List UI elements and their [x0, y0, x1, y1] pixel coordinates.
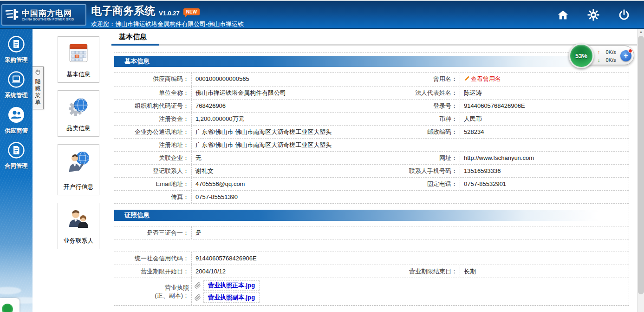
currency-value: 人民币	[460, 113, 629, 125]
supplier-code-value: 0001000000000565	[191, 73, 376, 86]
postal-code-value: 528234	[460, 126, 629, 138]
tab-divider	[111, 44, 637, 46]
people-icon	[65, 206, 91, 232]
hide-menu-tab[interactable]: 隐藏菜单	[33, 66, 44, 109]
three-in-one-value: 是	[191, 226, 629, 239]
registered-contact-value: 谢礼文	[191, 165, 376, 177]
tab-basic-info[interactable]: 基本信息	[119, 33, 147, 41]
pencil-icon	[464, 76, 470, 82]
main-sidebar: 采购管理 系统管理 供应商管	[0, 29, 33, 312]
table-row: 企业办公通讯地址：广东省/佛山市 佛山市南海区大沥奇槎工业区大塱头 邮政编码：5…	[114, 126, 629, 139]
table-row: 是否三证合一： 是	[114, 226, 629, 239]
sidebar-item-label: 供应商管	[0, 127, 33, 135]
registered-capital-value: 1,200.000000万元	[191, 113, 376, 125]
table-row: Email地址：4705556@qq.com 固定电话：0757-8553290…	[114, 178, 629, 191]
empty-row	[114, 239, 629, 252]
main-panel: 基本信息 53% ↑ 0K/s ↓ 0K/s +	[111, 29, 637, 312]
calendar-icon	[65, 40, 91, 66]
license-copy-link[interactable]: 营业执照副本.jpg	[203, 292, 260, 303]
section-header-basic-info: 基本信息	[114, 56, 629, 67]
vertical-scrollbar[interactable]: ▲	[637, 29, 644, 312]
upload-speed: 0K/s	[603, 49, 616, 55]
table-row: 注册资金：1,200.000000万元 币种：人民币	[114, 113, 629, 126]
procurement-doc-icon	[7, 35, 25, 53]
app-title: 电子商务系统	[91, 4, 155, 18]
card-basic-info[interactable]: 基本信息	[58, 36, 99, 83]
system-monitor-icon	[7, 71, 25, 88]
card-label: 基本信息	[59, 70, 98, 79]
website-value: http://www.fschanyun.com	[460, 152, 629, 164]
contract-doc-icon	[7, 141, 25, 159]
table-row: 组织机构代码证号：768426906 登录号：91440605768426906…	[114, 100, 629, 113]
settings-icon[interactable]	[586, 8, 600, 22]
module-card-list: 基本信息 品类信息	[58, 36, 99, 257]
paperclip-icon	[195, 294, 201, 301]
power-icon[interactable]	[617, 8, 631, 22]
home-icon[interactable]	[556, 8, 570, 22]
gauge-percent: 53%	[575, 53, 587, 60]
sidebar-item-label: 合同管理	[0, 162, 33, 170]
hand-icon	[35, 69, 41, 75]
person-globe-icon	[65, 148, 91, 179]
download-monitor-widget[interactable]: 53% ↑ 0K/s ↓ 0K/s +	[573, 46, 634, 65]
supplier-people-icon	[7, 106, 25, 124]
chat-widget[interactable]	[0, 298, 20, 312]
notification-dot	[628, 49, 632, 53]
card-label: 开户行信息	[59, 183, 98, 191]
download-speed: 0K/s	[603, 57, 616, 63]
license-info-rows: 是否三证合一： 是 统一社会信用代码： 91440605768426906E 营…	[114, 226, 629, 305]
scroll-up-arrow[interactable]: ▲	[637, 30, 644, 34]
card-label: 品类信息	[59, 124, 98, 133]
sidebar-item-supplier[interactable]: 供应商管	[0, 106, 33, 135]
company-logo: 中国南方电网 CHINA SOUTHERN POWER GRID	[1, 4, 86, 26]
app-version: V1.0.27	[159, 10, 180, 18]
org-code-value: 768426906	[191, 100, 376, 112]
table-row: 供应商编码：0001000000000565 曾用名： 查看曾用名	[114, 73, 629, 86]
license-original-link[interactable]: 营业执照正本.jpg	[203, 280, 260, 291]
hide-menu-label: 隐藏菜单	[35, 78, 41, 106]
download-arrow-icon: ↓	[598, 57, 600, 63]
sidebar-item-system[interactable]: 系统管理	[0, 71, 33, 100]
fax-value: 0757-85551390	[191, 191, 376, 203]
card-label: 业务联系人	[59, 237, 98, 245]
business-license-row: 营业执照 (正、副本)： 营业执照正本.jpg 营业执照副本.jpg	[114, 278, 629, 305]
business-start-date-value: 2004/10/12	[191, 265, 376, 278]
telephone-value: 0757-85532901	[460, 178, 629, 190]
card-category-info[interactable]: 品类信息	[58, 90, 99, 137]
table-row: 传真：0757-85551390	[114, 191, 629, 204]
table-row: 单位全称：佛山市禅运铁塔金属构件有限公司 法人代表姓名：陈运涛	[114, 86, 629, 100]
csg-logo-icon	[5, 8, 19, 22]
green-status-icon	[2, 304, 13, 312]
related-company-value: 无	[191, 152, 376, 164]
table-row: 登记联系人：谢礼文 联系人手机号码：13516593336	[114, 165, 629, 178]
scrollbar-thumb[interactable]	[638, 36, 644, 294]
email-value: 4705556@qq.com	[191, 178, 376, 190]
table-row: 关联企业：无 网址：http://www.fschanyun.com	[114, 152, 629, 165]
sidebar-item-label: 系统管理	[0, 92, 33, 100]
logo-text-en: CHINA SOUTHERN POWER GRID	[22, 18, 74, 21]
tab-active-indicator	[111, 44, 159, 46]
basic-info-rows: 供应商编码：0001000000000565 曾用名： 查看曾用名 单位全称：佛…	[114, 72, 629, 204]
tab-bar: 基本信息	[111, 29, 637, 46]
table-row: 统一社会信用代码： 91440605768426906E	[114, 252, 629, 265]
sidebar-item-procurement[interactable]: 采购管理	[0, 35, 33, 64]
company-name-value: 佛山市禅运铁塔金属构件有限公司	[191, 86, 376, 99]
logo-text-cn: 中国南方电网	[22, 9, 74, 18]
add-task-button[interactable]: +	[620, 50, 631, 61]
office-address-value: 广东省/佛山市 佛山市南海区大沥奇槎工业区大塱头	[191, 126, 376, 138]
card-bank-info[interactable]: 开户行信息	[58, 144, 99, 195]
credit-code-value: 91440605768426906E	[191, 252, 629, 265]
section-header-license-info: 证照信息	[114, 210, 629, 221]
app-header: 中国南方电网 CHINA SOUTHERN POWER GRID 电子商务系统 …	[0, 0, 644, 29]
view-former-name-link[interactable]: 查看曾用名	[464, 73, 501, 85]
registered-address-value: 广东省/佛山市 佛山市南海区大沥奇槎工业区大塱头	[191, 139, 376, 151]
sidebar-item-contract[interactable]: 合同管理	[0, 141, 33, 170]
globe-gear-icon	[65, 94, 91, 120]
basic-info-form: 基本信息 供应商编码：0001000000000565 曾用名： 查看曾用名	[114, 52, 629, 306]
legal-rep-value: 陈运涛	[460, 86, 629, 99]
progress-gauge[interactable]: 53%	[569, 43, 594, 68]
paperclip-icon	[195, 282, 201, 289]
welcome-text: 欢迎您：佛山市禅运铁塔金属构件有限公司-佛山市禅运铁	[91, 20, 244, 28]
card-business-contacts[interactable]: 业务联系人	[58, 203, 99, 249]
mobile-value: 13516593336	[460, 165, 629, 177]
